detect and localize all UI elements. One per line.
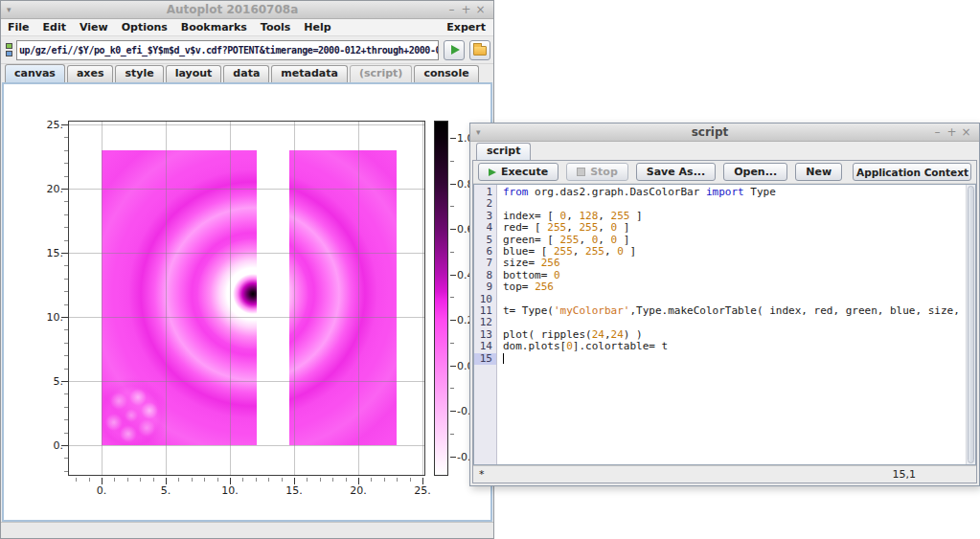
script-titlebar[interactable]: ▾ script – + × <box>470 124 979 142</box>
gridline-vertical <box>294 122 295 475</box>
script-toolbar: Execute Stop Save As... Open... New Appl… <box>473 161 976 184</box>
y-minor-tick <box>64 291 68 292</box>
x-minor-tick <box>256 478 257 482</box>
x-minor-tick <box>127 478 128 482</box>
y-minor-tick <box>64 279 68 280</box>
y-minor-tick <box>64 369 68 370</box>
colorbar[interactable] <box>434 121 448 476</box>
menu-edit[interactable]: Edit <box>36 19 73 36</box>
window-shade-icon[interactable]: ▾ <box>476 127 490 137</box>
window-shade-icon[interactable]: ▾ <box>7 5 20 14</box>
go-button[interactable] <box>444 40 465 60</box>
y-minor-tick <box>64 150 68 151</box>
y-minor-tick <box>64 163 68 164</box>
menu-file[interactable]: File <box>1 19 36 36</box>
line-number: 7 <box>474 258 496 269</box>
y-minor-tick <box>64 407 68 408</box>
main-status-bar <box>1 522 493 538</box>
code-token: dom.plots[ <box>503 340 566 352</box>
colorbar-minor-tick <box>450 161 454 162</box>
menu-help[interactable]: Help <box>297 19 337 36</box>
uri-value: up/gz/efi//$Y/po_k0_efi_$Y$m$d_v$v.cdf?P… <box>17 45 439 56</box>
code-token: , <box>566 221 579 234</box>
colorbar-major-tick <box>450 366 456 367</box>
y-tick-label: 15. <box>27 247 63 259</box>
text-caret <box>503 353 504 364</box>
main-tab-strip: canvasaxesstylelayoutdatametadata(script… <box>1 64 493 82</box>
code-token: green= [ <box>503 234 560 246</box>
tab-axes[interactable]: axes <box>67 65 114 82</box>
y-minor-tick <box>64 329 68 330</box>
tab-style[interactable]: style <box>115 65 163 82</box>
colorbar-major-tick <box>450 184 456 185</box>
maximize-button[interactable]: + <box>945 124 959 142</box>
expert-mode-label[interactable]: Expert <box>439 21 493 34</box>
close-button[interactable]: × <box>959 124 973 142</box>
maximize-button[interactable]: + <box>459 1 473 19</box>
colorbar-minor-tick <box>450 206 454 207</box>
minimize-button[interactable]: – <box>930 124 945 142</box>
y-minor-tick <box>64 393 68 394</box>
code-token: ] <box>629 210 642 222</box>
code-editor[interactable]: 123456789101112131415 from org.das2.grap… <box>473 184 976 465</box>
tab-script[interactable]: script <box>476 143 531 160</box>
colorbar-minor-tick <box>450 434 454 435</box>
open-label: Open... <box>734 166 777 178</box>
tab-script[interactable]: (script) <box>350 65 412 82</box>
main-titlebar[interactable]: ▾ Autoplot 20160708a – + × <box>1 1 493 19</box>
execute-button[interactable]: Execute <box>478 163 558 181</box>
code-token: 128 <box>579 210 598 222</box>
open-button[interactable]: Open... <box>723 163 787 181</box>
uri-input[interactable]: up/gz/efi//$Y/po_k0_efi_$Y$m$d_v$v.cdf?P… <box>16 40 439 60</box>
minimize-button[interactable]: – <box>444 1 459 19</box>
data-fill-gap <box>257 150 289 445</box>
editor-scrollbar[interactable] <box>966 185 975 464</box>
script-tab-strip: script <box>472 142 977 160</box>
gridline-horizontal <box>69 124 424 125</box>
stop-icon <box>577 168 585 176</box>
scrollbar-thumb[interactable] <box>968 186 974 463</box>
code-token: 255 <box>585 245 604 258</box>
code-token: , <box>579 234 591 246</box>
menu-bookmarks[interactable]: Bookmarks <box>174 19 254 36</box>
code-line: bottom= 0 <box>503 270 975 281</box>
close-button[interactable]: × <box>473 1 488 19</box>
browse-button[interactable] <box>469 40 490 60</box>
code-line: from org.das2.graph.DasColorBar import T… <box>503 187 975 198</box>
menu-view[interactable]: View <box>73 19 115 36</box>
code-token: Type <box>744 186 776 198</box>
code-text[interactable]: from org.das2.graph.DasColorBar import T… <box>497 185 975 464</box>
menu-options[interactable]: Options <box>115 19 174 36</box>
code-line <box>503 353 975 365</box>
tab-data[interactable]: data <box>223 65 269 82</box>
stop-button[interactable]: Stop <box>566 163 628 181</box>
y-tick-label: 20. <box>27 183 63 195</box>
autoplot-main-window: ▾ Autoplot 20160708a – + × FileEditViewO… <box>0 0 494 539</box>
canvas-panel[interactable]: 0.5.10.15.20.25.25.20.15.10.5.0. 1.00.80… <box>2 82 492 522</box>
plot-area[interactable]: 0.5.10.15.20.25.25.20.15.10.5.0. <box>68 121 425 476</box>
colorbar-major-tick <box>450 275 456 276</box>
new-button[interactable]: New <box>795 163 842 181</box>
menu-tools[interactable]: Tools <box>254 19 297 36</box>
new-label: New <box>806 166 832 178</box>
gridline-vertical <box>230 122 231 475</box>
heatmap-data <box>102 150 397 445</box>
tab-console[interactable]: console <box>414 65 478 82</box>
y-minor-tick <box>64 214 68 215</box>
colorbar-major-tick <box>450 411 456 412</box>
y-minor-tick <box>64 304 68 305</box>
tab-metadata[interactable]: metadata <box>271 65 348 82</box>
code-token: , <box>598 234 610 246</box>
colorbar-minor-tick <box>450 388 454 389</box>
gridline-horizontal <box>69 381 424 382</box>
context-combobox[interactable]: Application Context <box>853 163 971 181</box>
tab-layout[interactable]: layout <box>166 65 222 82</box>
colorbar-major-tick <box>450 320 456 321</box>
x-major-tick <box>422 478 423 484</box>
gridline-horizontal <box>69 253 424 254</box>
datasource-blue-square-icon <box>6 51 12 56</box>
tab-canvas[interactable]: canvas <box>5 64 65 82</box>
save-as-button[interactable]: Save As... <box>636 163 716 181</box>
y-minor-tick <box>64 471 68 472</box>
y-minor-tick <box>64 265 68 266</box>
